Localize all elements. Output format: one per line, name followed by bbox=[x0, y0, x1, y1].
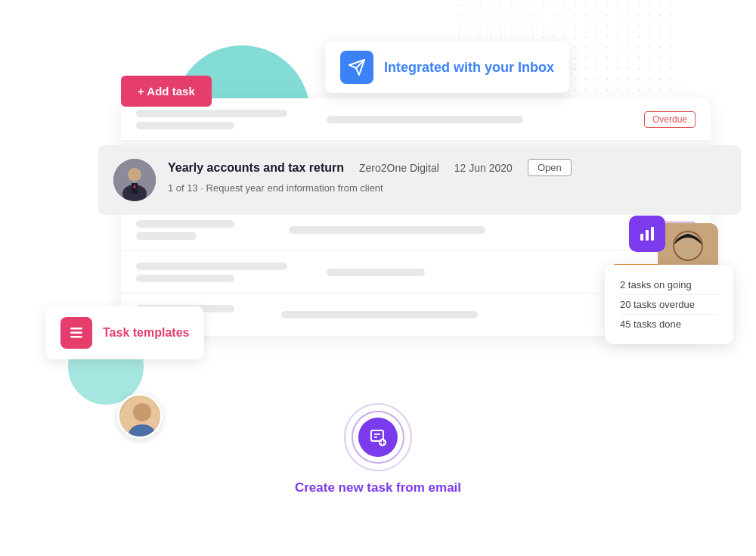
task-title: Yearly accounts and tax return bbox=[168, 161, 344, 175]
stats-popup: 2 tasks on going 20 tasks overdue 45 tas… bbox=[605, 265, 733, 344]
task-templates-button[interactable]: Task templates bbox=[45, 306, 204, 359]
placeholder-line bbox=[327, 116, 523, 123]
task-row: Urgent bbox=[121, 209, 711, 251]
create-task-label: Create new task from email bbox=[295, 480, 461, 495]
placeholder-line bbox=[136, 220, 234, 228]
inbox-badge: Integrated with your Inbox bbox=[325, 42, 569, 93]
create-task-circle-rings bbox=[344, 403, 412, 471]
svg-rect-12 bbox=[70, 328, 82, 330]
avatar bbox=[113, 159, 156, 201]
scene: Integrated with your Inbox + Add task Ov… bbox=[0, 0, 756, 556]
placeholder-line bbox=[136, 110, 287, 117]
stat-ongoing: 2 tasks on going bbox=[620, 275, 718, 295]
task-placeholder-row1 bbox=[136, 110, 644, 129]
create-task-icon[interactable] bbox=[358, 418, 398, 457]
paper-plane-icon bbox=[340, 51, 373, 84]
create-task-section: Create new task from email bbox=[295, 403, 461, 495]
svg-point-1 bbox=[128, 168, 141, 182]
task-content: Yearly accounts and tax return Zero2One … bbox=[168, 159, 726, 196]
placeholder-line bbox=[289, 226, 485, 234]
inbox-label: Integrated with your Inbox bbox=[384, 60, 554, 76]
stat-overdue: 20 tasks overdue bbox=[620, 295, 718, 315]
stat-done: 45 tasks done bbox=[620, 315, 718, 334]
chart-button[interactable] bbox=[629, 216, 665, 252]
placeholder-line bbox=[136, 122, 234, 129]
task-status-badge: Open bbox=[528, 159, 572, 176]
highlighted-task-card: Yearly accounts and tax return Zero2One … bbox=[98, 145, 741, 215]
placeholder-line bbox=[281, 311, 478, 318]
task-title-row: Yearly accounts and tax return Zero2One … bbox=[168, 159, 726, 176]
svg-rect-13 bbox=[70, 332, 82, 334]
placeholder-line bbox=[327, 269, 425, 276]
list-icon bbox=[60, 317, 92, 349]
placeholder-line bbox=[136, 262, 287, 270]
task-placeholder-row4 bbox=[136, 262, 612, 282]
svg-rect-7 bbox=[651, 227, 654, 241]
svg-rect-6 bbox=[646, 230, 649, 241]
task-date: 12 Jun 2020 bbox=[454, 162, 513, 174]
task-subtitle: 1 of 13 · Request year end information f… bbox=[168, 181, 726, 196]
bottom-avatar bbox=[117, 393, 163, 439]
add-task-button[interactable]: + Add task bbox=[121, 76, 212, 107]
svg-rect-5 bbox=[640, 234, 643, 241]
placeholder-lines bbox=[136, 262, 287, 282]
task-client: Zero2One Digital bbox=[359, 162, 439, 174]
svg-rect-14 bbox=[70, 336, 82, 338]
task-placeholder-row5 bbox=[136, 305, 657, 325]
task-templates-label: Task templates bbox=[103, 326, 189, 340]
svg-point-16 bbox=[133, 403, 151, 421]
placeholder-line bbox=[136, 275, 234, 282]
placeholder-lines bbox=[136, 220, 234, 240]
overdue-badge: Overdue bbox=[644, 111, 696, 128]
placeholder-lines bbox=[136, 110, 287, 129]
placeholder-line bbox=[136, 232, 197, 240]
task-placeholder-row3 bbox=[136, 220, 652, 240]
add-task-label: + Add task bbox=[138, 85, 195, 98]
